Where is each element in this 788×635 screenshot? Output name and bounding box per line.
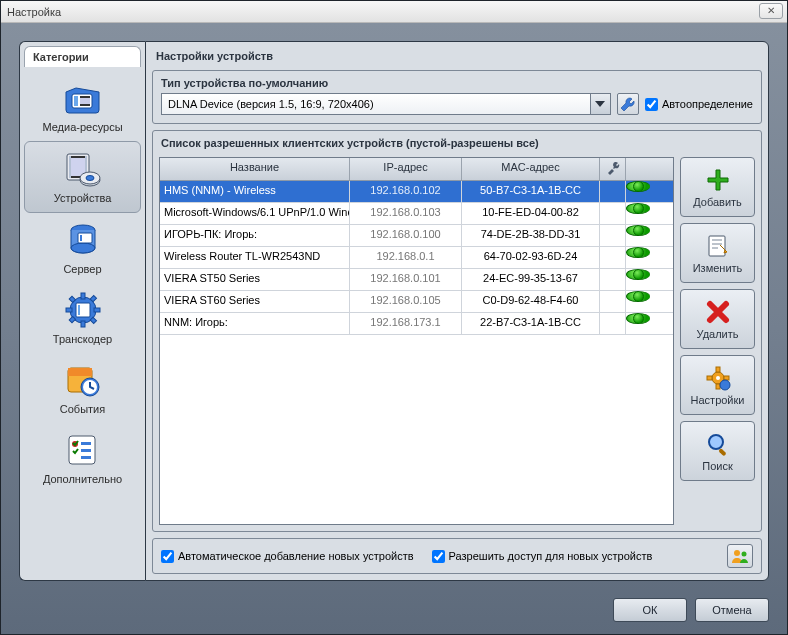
devlist-legend: Список разрешенных клиентских устройств … [153, 131, 761, 153]
titlebar: Настройка ✕ [1, 1, 787, 23]
svg-rect-4 [80, 104, 90, 106]
status-dot-icon [633, 225, 644, 236]
cell-tools [600, 203, 626, 224]
cell-mac: 64-70-02-93-6D-24 [462, 247, 600, 268]
col-tools[interactable] [600, 158, 626, 180]
autoadd-checkbox[interactable]: Автоматическое добавление новых устройст… [161, 550, 414, 563]
status-dot-icon [633, 181, 644, 192]
cell-mac: 10-FE-ED-04-00-82 [462, 203, 600, 224]
users-icon-button[interactable] [727, 544, 753, 568]
panel-title: Настройки устройств [152, 48, 762, 64]
cell-ip: 192.168.0.102 [350, 181, 462, 202]
sidebar-item-label: Транскодер [26, 333, 139, 345]
allow-checkbox[interactable]: Разрешить доступ для новых устройств [432, 550, 653, 563]
calendar-clock-icon [62, 359, 104, 401]
svg-rect-43 [724, 376, 729, 380]
cell-status [626, 247, 650, 258]
chevron-down-icon[interactable] [590, 94, 610, 114]
ok-button[interactable]: ОК [613, 598, 687, 622]
settings-window: Настройка ✕ Категории [0, 0, 788, 635]
add-button[interactable]: Добавить [680, 157, 755, 217]
col-ip[interactable]: IP-адрес [350, 158, 462, 180]
window-title: Настройка [7, 6, 61, 18]
svg-rect-1 [74, 96, 78, 106]
cell-status [626, 291, 650, 302]
cell-tools [600, 225, 626, 246]
delete-icon [703, 298, 733, 326]
table-row[interactable]: Wireless Router TL-WR2543ND192.168.0.164… [160, 247, 673, 269]
table-row[interactable]: ИГОРЬ-ПК: Игорь:192.168.0.10074-DE-2B-38… [160, 225, 673, 247]
autodetect-checkbox[interactable]: Автоопределение [645, 98, 753, 111]
cell-name: HMS (NNM) - Wireless [160, 181, 350, 202]
sidebar-item-extra[interactable]: Дополнительно [24, 423, 141, 493]
default-type-group: Тип устройства по-умолчанию DLNA Device … [152, 70, 762, 124]
cell-tools [600, 313, 626, 334]
edit-icon [703, 232, 733, 260]
sidebar-item-transcoder[interactable]: Транскодер [24, 283, 141, 353]
table-row[interactable]: VIERA ST50 Series192.168.0.10124-EC-99-3… [160, 269, 673, 291]
table-actions: Добавить Изменить [680, 157, 755, 525]
add-label: Добавить [693, 196, 742, 208]
default-type-combo[interactable]: DLNA Device (версия 1.5, 16:9, 720x406) [161, 93, 611, 115]
sidebar-item-media[interactable]: Медиа-ресурсы [24, 71, 141, 141]
status-dot-icon [633, 313, 644, 324]
cell-name: ИГОРЬ-ПК: Игорь: [160, 225, 350, 246]
table-row[interactable]: VIERA ST60 Series192.168.0.105C0-D9-62-4… [160, 291, 673, 313]
cell-mac: C0-D9-62-48-F4-60 [462, 291, 600, 312]
search-button[interactable]: Поиск [680, 421, 755, 481]
search-icon [703, 430, 733, 458]
col-mac[interactable]: MAC-адрес [462, 158, 600, 180]
cell-name: VIERA ST50 Series [160, 269, 350, 290]
devices-table[interactable]: Название IP-адрес MAC-адрес HMS (NNM) - … [159, 157, 674, 525]
cell-status [626, 181, 650, 192]
search-label: Поиск [702, 460, 732, 472]
svg-rect-36 [81, 456, 91, 459]
status-dot-icon [633, 203, 644, 214]
autoadd-input[interactable] [161, 550, 174, 563]
footer-bar: Автоматическое добавление новых устройст… [152, 538, 762, 574]
sidebar-item-devices[interactable]: Устройства [24, 141, 141, 213]
allow-input[interactable] [432, 550, 445, 563]
autoadd-label: Автоматическое добавление новых устройст… [178, 550, 414, 562]
server-icon [62, 219, 104, 261]
svg-point-39 [716, 376, 720, 380]
close-button[interactable]: ✕ [759, 3, 783, 19]
col-status[interactable] [626, 158, 650, 180]
autodetect-input[interactable] [645, 98, 658, 111]
cell-ip: 192.168.0.1 [350, 247, 462, 268]
tools-icon [606, 161, 620, 175]
device-type-settings-button[interactable] [617, 93, 639, 115]
delete-button[interactable]: Удалить [680, 289, 755, 349]
devices-icon [62, 148, 104, 190]
sidebar-item-label: Устройства [27, 192, 138, 204]
categories-heading: Категории [24, 46, 141, 67]
cell-tools [600, 181, 626, 202]
default-type-value: DLNA Device (версия 1.5, 16:9, 720x406) [168, 98, 374, 110]
settings-button[interactable]: Настройки [680, 355, 755, 415]
table-row[interactable]: NNM: Игорь:192.168.173.122-B7-C3-1A-1B-C… [160, 313, 673, 335]
sidebar-item-server[interactable]: Сервер [24, 213, 141, 283]
cell-ip: 192.168.173.1 [350, 313, 462, 334]
svg-rect-16 [80, 235, 82, 241]
cell-name: Microsoft-Windows/6.1 UPnP/1.0 Windows [160, 203, 350, 224]
svg-point-45 [709, 435, 723, 449]
folder-media-icon [62, 77, 104, 119]
status-dot-icon [633, 291, 644, 302]
svg-rect-42 [707, 376, 712, 380]
col-name[interactable]: Название [160, 158, 350, 180]
sidebar-item-events[interactable]: События [24, 353, 141, 423]
edit-button[interactable]: Изменить [680, 223, 755, 283]
cell-mac: 74-DE-2B-38-DD-31 [462, 225, 600, 246]
status-dot-icon [633, 269, 644, 280]
svg-rect-7 [71, 156, 85, 158]
svg-rect-34 [81, 442, 91, 445]
svg-rect-20 [66, 308, 72, 312]
table-row[interactable]: Microsoft-Windows/6.1 UPnP/1.0 Windows19… [160, 203, 673, 225]
cell-ip: 192.168.0.100 [350, 225, 462, 246]
cancel-button[interactable]: Отмена [695, 598, 769, 622]
table-row[interactable]: HMS (NNM) - Wireless192.168.0.10250-B7-C… [160, 181, 673, 203]
svg-rect-41 [716, 384, 720, 389]
cell-status [626, 269, 650, 280]
status-dot-icon [633, 247, 644, 258]
svg-rect-27 [78, 305, 80, 315]
